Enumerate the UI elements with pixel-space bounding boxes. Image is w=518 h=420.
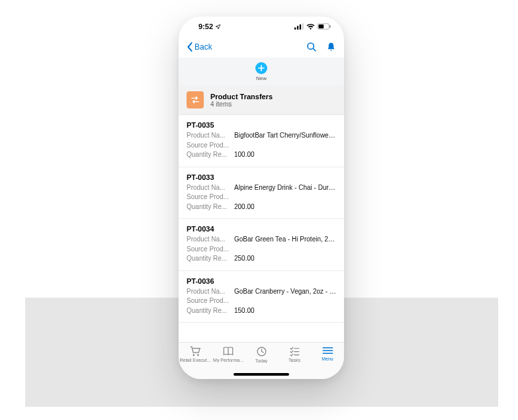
field-label-quantity: Quantity Re... [187,254,234,264]
checklist-icon [289,346,300,357]
section-title: Product Transfers [210,93,273,101]
field-label-quantity: Quantity Re... [187,202,234,212]
wifi-icon [306,23,315,30]
field-label-product: Product Na... [187,235,234,245]
item-product: GoBar Cranberry - Vegan, 2oz - 24 ... [234,287,336,297]
list-item[interactable]: PT-0033 Product Na...Alpine Energy Drink… [179,167,344,220]
field-label-product: Product Na... [187,287,234,297]
location-icon [215,24,221,30]
item-id: PT-0035 [187,121,336,129]
tab-label: My Performa... [213,358,243,362]
item-source [234,192,336,202]
list-item[interactable]: PT-0036 Product Na...GoBar Cranberry - V… [179,271,344,323]
tab-label: Menu [322,357,333,361]
status-bar: 9:52 [179,17,344,36]
svg-rect-2 [300,24,301,30]
home-indicator[interactable] [234,373,289,376]
new-label: New [256,75,267,81]
svg-rect-3 [302,23,304,29]
tab-label: Retail Execut... [179,358,210,362]
search-icon[interactable] [306,42,317,52]
item-quantity: 150.00 [234,306,336,316]
tab-label: Tasks [288,358,300,362]
svg-line-8 [313,48,316,51]
item-product: Alpine Energy Drink - Chai - During... [234,183,336,193]
transfer-icon [187,91,204,108]
field-label-quantity: Quantity Re... [187,306,234,316]
list-item[interactable]: PT-0035 Product Na...BigfootBar Tart Che… [179,115,344,167]
new-button[interactable]: New [255,62,267,81]
book-icon [222,346,234,357]
svg-point-9 [193,355,195,357]
svg-rect-5 [319,24,324,28]
cellular-icon [294,23,304,30]
item-source [234,245,336,255]
nav-bar: Back [179,36,344,58]
status-time: 9:52 [198,22,213,30]
clock-icon [256,346,267,357]
svg-point-10 [197,355,199,357]
field-label-product: Product Na... [187,131,234,141]
cart-icon [189,346,201,357]
menu-icon [322,346,333,355]
tab-label: Today [255,358,268,363]
item-quantity: 100.00 [234,150,336,160]
transfer-list: PT-0035 Product Na...BigfootBar Tart Che… [179,115,344,323]
battery-icon [318,23,331,30]
field-label-source: Source Prod... [187,245,234,255]
item-id: PT-0033 [187,173,336,181]
field-label-source: Source Prod... [187,141,234,151]
item-source [234,296,336,306]
bell-icon[interactable] [326,42,336,52]
section-header: Product Transfers 4 items [179,85,344,115]
svg-rect-6 [329,25,331,28]
svg-rect-0 [294,28,296,30]
item-product: BigfootBar Tart Cherry/Sunflower -... [234,131,336,141]
section-subtitle: 4 items [210,101,273,108]
action-bar: New [179,58,344,85]
field-label-source: Source Prod... [187,296,234,306]
item-id: PT-0036 [187,277,336,285]
item-source [234,141,336,151]
item-id: PT-0034 [187,225,336,233]
back-label: Back [194,42,212,52]
svg-rect-1 [297,26,298,29]
item-product: GoBar Green Tea - Hi Protein, 2oz -... [234,235,336,245]
item-quantity: 200.00 [234,202,336,212]
chevron-left-icon [187,42,193,52]
phone-frame: 9:52 Back New Product [179,17,344,379]
field-label-product: Product Na... [187,183,234,193]
item-quantity: 250.00 [234,254,336,264]
field-label-source: Source Prod... [187,192,234,202]
list-item[interactable]: PT-0034 Product Na...GoBar Green Tea - H… [179,219,344,271]
back-button[interactable]: Back [187,42,212,52]
plus-icon [258,65,265,71]
field-label-quantity: Quantity Re... [187,150,234,160]
